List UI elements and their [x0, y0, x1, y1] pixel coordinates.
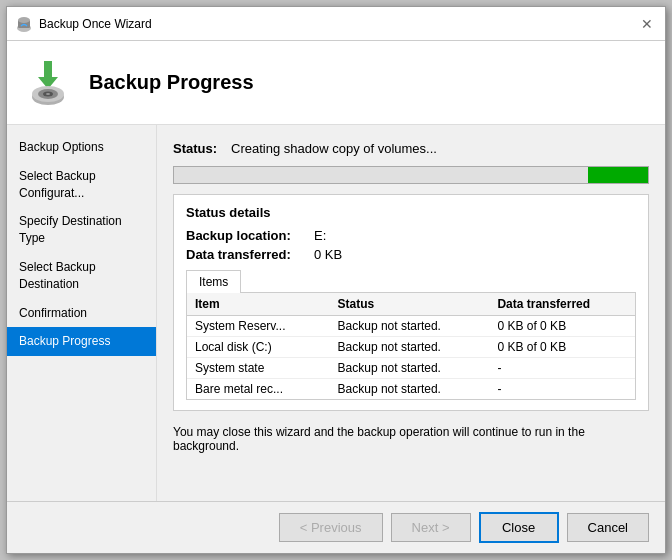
progress-bar — [173, 166, 649, 184]
next-button[interactable]: Next > — [391, 513, 471, 542]
header-icon — [23, 58, 73, 108]
cancel-button[interactable]: Cancel — [567, 513, 649, 542]
items-tab-bar: Items — [186, 270, 636, 293]
backup-location-label: Backup location: — [186, 228, 306, 243]
table-cell-item: System state — [187, 358, 330, 379]
status-details-box: Status details Backup location: E: Data … — [173, 194, 649, 411]
window-close-button[interactable]: ✕ — [637, 14, 657, 34]
close-button[interactable]: Close — [479, 512, 559, 543]
header: Backup Progress — [7, 41, 665, 125]
table-cell-item: Local disk (C:) — [187, 337, 330, 358]
content-area: Backup Options Select Backup Configurat.… — [7, 125, 665, 501]
table-cell-data: - — [489, 358, 635, 379]
data-transferred-value: 0 KB — [314, 247, 342, 262]
previous-button[interactable]: < Previous — [279, 513, 383, 542]
table-cell-data: 0 KB of 0 KB — [489, 337, 635, 358]
backup-location-row: Backup location: E: — [186, 228, 636, 243]
header-title: Backup Progress — [89, 71, 254, 94]
window-title: Backup Once Wizard — [39, 17, 152, 31]
status-row: Status: Creating shadow copy of volumes.… — [173, 141, 649, 156]
table-row: System stateBackup not started.- — [187, 358, 635, 379]
sidebar-item-select-backup-destination[interactable]: Select Backup Destination — [7, 253, 156, 299]
sidebar-item-backup-options[interactable]: Backup Options — [7, 133, 156, 162]
col-data-transferred: Data transferred — [489, 293, 635, 316]
svg-point-2 — [18, 17, 30, 23]
items-tab[interactable]: Items — [186, 270, 241, 293]
backup-location-value: E: — [314, 228, 326, 243]
window-icon — [15, 15, 33, 33]
sidebar-item-specify-destination-type[interactable]: Specify Destination Type — [7, 207, 156, 253]
table-row: Local disk (C:)Backup not started.0 KB o… — [187, 337, 635, 358]
sidebar: Backup Options Select Backup Configurat.… — [7, 125, 157, 501]
items-table-container: Item Status Data transferred System Rese… — [186, 293, 636, 400]
status-details-title: Status details — [186, 205, 636, 220]
sidebar-item-backup-progress[interactable]: Backup Progress — [7, 327, 156, 356]
table-cell-item: Bare metal rec... — [187, 379, 330, 400]
table-cell-status: Backup not started. — [330, 316, 490, 337]
col-status: Status — [330, 293, 490, 316]
sidebar-item-confirmation[interactable]: Confirmation — [7, 299, 156, 328]
table-cell-data: 0 KB of 0 KB — [489, 316, 635, 337]
col-item: Item — [187, 293, 330, 316]
table-row: Bare metal rec...Backup not started.- — [187, 379, 635, 400]
main-panel: Status: Creating shadow copy of volumes.… — [157, 125, 665, 501]
table-cell-item: System Reserv... — [187, 316, 330, 337]
data-transferred-row: Data transferred: 0 KB — [186, 247, 636, 262]
svg-marker-3 — [38, 61, 58, 89]
table-cell-data: - — [489, 379, 635, 400]
title-bar: Backup Once Wizard ✕ — [7, 7, 665, 41]
status-label: Status: — [173, 141, 223, 156]
status-text: Creating shadow copy of volumes... — [231, 141, 437, 156]
svg-point-8 — [46, 93, 50, 95]
disk-icon — [24, 59, 72, 107]
table-cell-status: Backup not started. — [330, 337, 490, 358]
title-bar-left: Backup Once Wizard — [15, 15, 152, 33]
table-cell-status: Backup not started. — [330, 358, 490, 379]
progress-bar-fill — [588, 167, 648, 183]
table-cell-status: Backup not started. — [330, 379, 490, 400]
data-transferred-label: Data transferred: — [186, 247, 306, 262]
info-text: You may close this wizard and the backup… — [173, 425, 649, 453]
sidebar-item-select-backup-config[interactable]: Select Backup Configurat... — [7, 162, 156, 208]
table-row: System Reserv...Backup not started.0 KB … — [187, 316, 635, 337]
items-table: Item Status Data transferred System Rese… — [187, 293, 635, 399]
footer: < Previous Next > Close Cancel — [7, 501, 665, 553]
main-window: Backup Once Wizard ✕ Backup Progress Bac… — [6, 6, 666, 554]
